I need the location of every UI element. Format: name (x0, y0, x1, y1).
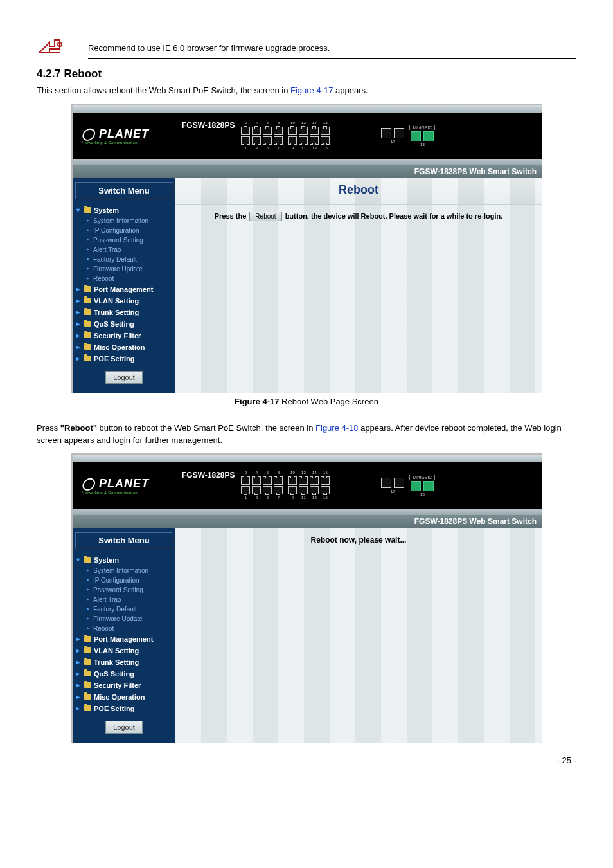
sidebar-folder-security-filter[interactable]: ▸Security Filter (75, 330, 173, 341)
device-banner: ◯ PLANET Networking & Communication FGSW… (73, 113, 542, 159)
sidebar-folder-port-management[interactable]: ▸Port Management (75, 284, 173, 295)
sidebar-folder-poe-setting[interactable]: ▸POE Setting (75, 703, 173, 714)
gbic-area: 17 MiniGBIC 18 (381, 475, 435, 496)
folder-icon (84, 659, 91, 665)
switch-menu-header[interactable]: Switch Menu (75, 532, 173, 549)
paragraph-2: Press "Reboot" button to reboot the Web … (37, 422, 576, 447)
brand-logo: ◯ PLANET Networking & Communication (73, 127, 172, 145)
figure-link-4-18[interactable]: Figure 4-18 (315, 423, 358, 433)
sidebar-folder-qos-setting[interactable]: ▸QoS Setting (75, 668, 173, 680)
port-diagram: 21 43 65 87 109 1211 1413 1615 (241, 471, 330, 500)
switch-menu-header[interactable]: Switch Menu (75, 182, 173, 199)
sidebar-folder-trunk-setting[interactable]: ▸Trunk Setting (75, 307, 173, 318)
folder-icon (84, 332, 91, 338)
sidebar-folder-misc-operation[interactable]: ▸Misc Operation (75, 341, 173, 353)
sidebar: Switch Menu ▾System System Information I… (73, 528, 175, 743)
note-icon (37, 39, 62, 58)
gbic-area: 17 MiniGBIC 18 (381, 125, 435, 147)
folder-icon (84, 557, 91, 563)
sidebar-item-password-setting[interactable]: Password Setting (88, 585, 173, 595)
intro-paragraph: This section allows reboot the Web Smart… (37, 84, 576, 97)
folder-icon (84, 694, 91, 700)
folder-icon (84, 671, 91, 676)
sidebar-folder-system[interactable]: ▾System (75, 554, 173, 566)
folder-icon (84, 356, 91, 361)
folder-icon (84, 647, 91, 653)
sidebar-item-alert-trap[interactable]: Alert Trap (88, 595, 173, 604)
sidebar: Switch Menu ▾System System Information I… (73, 178, 175, 393)
sidebar-folder-port-management[interactable]: ▸Port Management (75, 633, 173, 645)
screenshot-reboot-page: ◯ PLANET Networking & Communication FGSW… (71, 104, 542, 393)
sidebar-folder-security-filter[interactable]: ▸Security Filter (75, 680, 173, 691)
figure-caption-1: Figure 4-17 Reboot Web Page Screen (37, 397, 576, 406)
brand-logo: ◯ PLANET Networking & Communication (73, 476, 172, 494)
sidebar-item-firmware-update[interactable]: Firmware Update (88, 264, 173, 274)
sidebar-item-reboot[interactable]: Reboot (88, 274, 173, 284)
reboot-instruction: Press the Reboot button, the device will… (175, 205, 542, 221)
folder-icon (84, 309, 91, 315)
sidebar-folder-vlan-setting[interactable]: ▸VLAN Setting (75, 295, 173, 307)
folder-icon (84, 636, 91, 642)
sidebar-item-reboot[interactable]: Reboot (88, 624, 173, 633)
sidebar-folder-qos-setting[interactable]: ▸QoS Setting (75, 318, 173, 330)
content-heading: Reboot (175, 178, 542, 205)
sidebar-item-ip-configuration[interactable]: IP Configuration (88, 575, 173, 585)
model-label: FGSW-1828PS (182, 121, 235, 130)
folder-icon (84, 321, 91, 327)
reboot-wait-message: Reboot now, please wait... (175, 528, 542, 545)
sidebar-folder-trunk-setting[interactable]: ▸Trunk Setting (75, 656, 173, 668)
sidebar-folder-misc-operation[interactable]: ▸Misc Operation (75, 691, 173, 703)
reboot-button[interactable]: Reboot (249, 212, 281, 221)
logout-button[interactable]: Logout (105, 721, 143, 734)
device-right-title: FGSW-1828PS Web Smart Switch (73, 165, 542, 178)
folder-icon (84, 682, 91, 688)
sidebar-item-firmware-update[interactable]: Firmware Update (88, 614, 173, 624)
sidebar-item-alert-trap[interactable]: Alert Trap (88, 245, 173, 255)
figure-link-4-17[interactable]: Figure 4-17 (290, 86, 333, 95)
device-right-title: FGSW-1828PS Web Smart Switch (73, 515, 542, 528)
sidebar-item-system-information[interactable]: System Information (88, 216, 173, 226)
logout-button[interactable]: Logout (105, 371, 143, 384)
sidebar-folder-poe-setting[interactable]: ▸POE Setting (75, 353, 173, 365)
folder-icon (84, 286, 91, 292)
sidebar-item-system-information[interactable]: System Information (88, 566, 173, 575)
device-banner: ◯ PLANET Networking & Communication FGSW… (73, 462, 542, 509)
sidebar-item-password-setting[interactable]: Password Setting (88, 235, 173, 245)
folder-icon (84, 705, 91, 711)
page-number: - 25 - (37, 755, 576, 765)
model-label: FGSW-1828PS (182, 471, 235, 480)
sidebar-item-ip-configuration[interactable]: IP Configuration (88, 226, 173, 235)
content-pane: Reboot Press the Reboot button, the devi… (175, 178, 542, 393)
sidebar-folder-vlan-setting[interactable]: ▸VLAN Setting (75, 645, 173, 656)
folder-icon (84, 207, 91, 213)
content-pane: Reboot now, please wait... (175, 528, 542, 743)
folder-icon (84, 298, 91, 303)
note-text: Recommend to use IE 6.0 browser for firm… (88, 39, 576, 57)
sidebar-folder-system[interactable]: ▾System (75, 204, 173, 216)
port-diagram: 21 43 65 87 109 1211 1413 1615 (241, 121, 330, 150)
sidebar-item-factory-default[interactable]: Factory Default (88, 604, 173, 614)
section-heading: 4.2.7 Reboot (37, 68, 576, 80)
sidebar-item-factory-default[interactable]: Factory Default (88, 255, 173, 264)
screenshot-reboot-wait: ◯ PLANET Networking & Communication FGSW… (71, 453, 542, 743)
folder-icon (84, 344, 91, 350)
